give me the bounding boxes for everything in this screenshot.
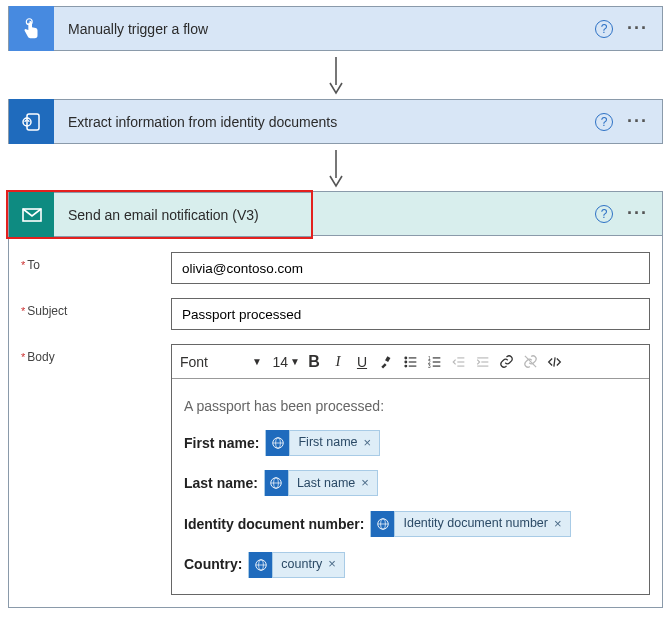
token-label: Identity document number	[403, 512, 548, 536]
step-trigger[interactable]: Manually trigger a flow ? ···	[8, 6, 663, 51]
outdent-icon[interactable]	[446, 349, 470, 375]
step-extract[interactable]: Extract information from identity docume…	[8, 99, 663, 144]
help-icon[interactable]: ?	[595, 113, 613, 131]
body-line-last: Last name: Last name ×	[184, 470, 637, 497]
svg-line-26	[553, 357, 554, 366]
bold-button[interactable]: B	[302, 349, 326, 375]
svg-point-11	[404, 365, 406, 367]
row-subject: Subject	[21, 298, 650, 330]
flow-arrow	[8, 51, 663, 99]
step-title: Send an email notification (V3)	[54, 207, 311, 223]
document-ai-icon	[9, 99, 54, 144]
token-doc-number[interactable]: Identity document number ×	[370, 511, 570, 537]
indent-icon[interactable]	[470, 349, 494, 375]
token-remove[interactable]: ×	[548, 512, 570, 537]
token-remove[interactable]: ×	[358, 431, 380, 456]
dynamic-content-icon	[371, 511, 395, 537]
more-icon[interactable]: ···	[627, 18, 648, 39]
field-label: Last name:	[184, 470, 258, 497]
svg-text:3: 3	[428, 363, 431, 368]
row-body: Body Font ▼ 14 ▼ B I U	[21, 344, 650, 595]
rte-toolbar: Font ▼ 14 ▼ B I U 123	[172, 345, 649, 379]
flow-arrow	[8, 144, 663, 192]
body-line-country: Country: country ×	[184, 551, 637, 578]
label-to: To	[21, 252, 171, 284]
chevron-down-icon: ▼	[252, 356, 262, 367]
body-line-docnum: Identity document number: Identity docum…	[184, 511, 637, 538]
dynamic-content-icon	[265, 470, 289, 496]
body-editor-wrap: Font ▼ 14 ▼ B I U 123	[171, 344, 650, 595]
field-label: Identity document number:	[184, 511, 364, 538]
row-to: To	[21, 252, 650, 284]
unlink-icon[interactable]	[518, 349, 542, 375]
token-last-name[interactable]: Last name ×	[264, 470, 378, 496]
email-form: To Subject Body Font ▼ 14 ▼ B I U	[8, 236, 663, 608]
token-remove[interactable]: ×	[322, 552, 344, 577]
font-dropdown-label: Font	[180, 354, 208, 370]
step-title: Extract information from identity docume…	[54, 114, 595, 130]
token-label: Last name	[297, 472, 355, 496]
italic-button[interactable]: I	[326, 349, 350, 375]
format-brush-icon[interactable]	[374, 349, 398, 375]
dynamic-content-icon	[266, 430, 290, 456]
step-email-outline: Send an email notification (V3)	[8, 192, 311, 237]
help-icon[interactable]: ?	[595, 205, 613, 223]
token-label: First name	[298, 431, 357, 455]
field-label: Country:	[184, 551, 242, 578]
input-to[interactable]	[171, 252, 650, 284]
underline-button[interactable]: U	[350, 349, 374, 375]
field-label: First name:	[184, 430, 259, 457]
more-icon[interactable]: ···	[627, 111, 648, 132]
chevron-down-icon: ▼	[290, 356, 300, 367]
more-icon[interactable]: ···	[627, 203, 648, 224]
token-first-name[interactable]: First name ×	[265, 430, 380, 456]
token-country[interactable]: country ×	[248, 552, 345, 578]
number-list-icon[interactable]: 123	[422, 349, 446, 375]
link-icon[interactable]	[494, 349, 518, 375]
label-body: Body	[21, 344, 171, 595]
svg-rect-6	[385, 356, 390, 362]
input-subject[interactable]	[171, 298, 650, 330]
help-icon[interactable]: ?	[595, 20, 613, 38]
body-intro-text: A passport has been processed:	[184, 393, 637, 420]
size-dropdown[interactable]: 14 ▼	[266, 354, 302, 370]
token-remove[interactable]: ×	[355, 471, 377, 496]
svg-point-7	[404, 357, 406, 359]
svg-point-9	[404, 361, 406, 363]
dynamic-content-icon	[249, 552, 273, 578]
label-subject: Subject	[21, 298, 171, 330]
font-dropdown[interactable]: Font ▼	[178, 349, 266, 375]
touch-icon	[9, 6, 54, 51]
step-email[interactable]: Send an email notification (V3)	[8, 192, 311, 237]
body-editor[interactable]: A passport has been processed: First nam…	[172, 379, 649, 594]
body-line-first: First name: First name ×	[184, 430, 637, 457]
mail-icon	[9, 192, 54, 237]
bullet-list-icon[interactable]	[398, 349, 422, 375]
step-title: Manually trigger a flow	[54, 21, 595, 37]
size-value: 14	[273, 354, 289, 370]
token-label: country	[281, 553, 322, 577]
code-view-icon[interactable]	[542, 349, 566, 375]
